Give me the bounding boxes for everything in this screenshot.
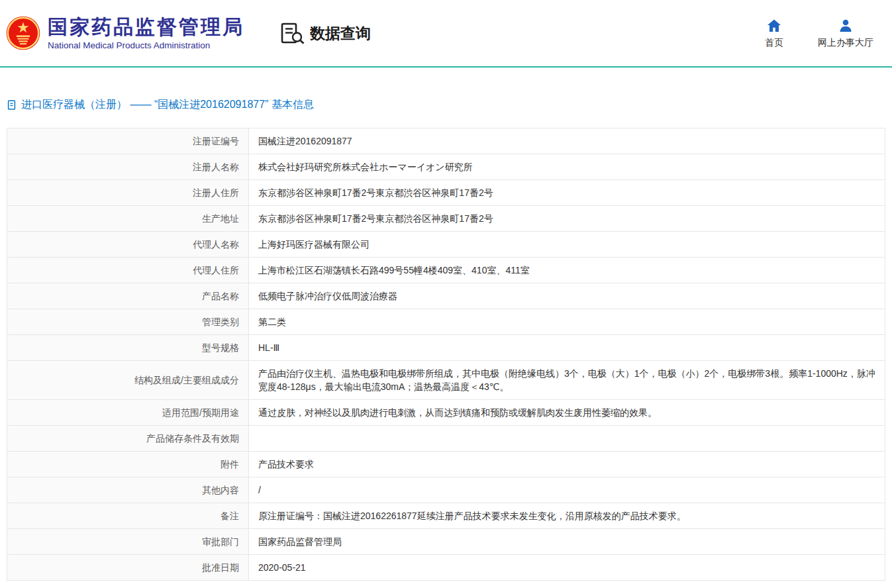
row-label: 结构及组成/主要组成成分 [7, 361, 249, 400]
row-label: 管理类别 [7, 309, 249, 335]
table-row: 代理人住所上海市松江区石湖荡镇长石路499号55幢4楼409室、410室、411… [7, 258, 885, 283]
row-label: 备注 [7, 503, 249, 529]
national-emblem-icon [5, 15, 41, 51]
site-logo[interactable]: 国家药品监督管理局 National Medical Products Admi… [5, 15, 244, 51]
row-label: 注册人名称 [7, 154, 249, 180]
row-value: 产品由治疗仪主机、温热电极和电极绑带所组成，其中电极（附绝缘电线）3个，电极（大… [249, 361, 885, 400]
row-label: 代理人名称 [7, 232, 249, 258]
table-row: 附件产品技术要求 [7, 452, 885, 477]
row-value: 产品技术要求 [249, 452, 885, 477]
row-value: 上海市松江区石湖荡镇长石路499号55幢4楼409室、410室、411室 [249, 258, 885, 283]
document-icon [7, 99, 17, 111]
row-value: 2020-05-21 [249, 555, 885, 581]
table-row: 代理人名称上海好玛医疗器械有限公司 [7, 232, 885, 258]
data-query-label: 数据查询 [310, 23, 371, 44]
table-row: 产品名称低频电子脉冲治疗仪低周波治療器 [7, 283, 885, 309]
table-row: 型号规格HL-Ⅲ [7, 335, 885, 361]
header-divider [0, 66, 892, 68]
row-label: 附件 [7, 452, 249, 477]
row-value: 国家药品监督管理局 [249, 529, 885, 555]
nav-item-home[interactable]: 首页 [765, 18, 783, 49]
data-query-link[interactable]: 数据查询 [281, 23, 371, 44]
table-row: 产品储存条件及有效期 [7, 426, 885, 452]
table-row: 注册证编号国械注进20162091877 [7, 128, 885, 154]
row-value: 上海好玛医疗器械有限公司 [249, 232, 885, 258]
row-value: 第二类 [249, 309, 885, 335]
row-value: 通过皮肤，对神经以及肌肉进行电刺激，从而达到镇痛和预防或缓解肌肉发生废用性萎缩的… [249, 400, 885, 426]
table-row: 适用范围/预期用途通过皮肤，对神经以及肌肉进行电刺激，从而达到镇痛和预防或缓解肌… [7, 400, 885, 426]
row-label: 批准日期 [7, 555, 249, 581]
row-label: 其他内容 [7, 477, 249, 503]
org-name-cn: 国家药品监督管理局 [48, 16, 244, 38]
nav-item-service-hall[interactable]: 网上办事大厅 [818, 18, 873, 49]
row-label: 生产地址 [7, 206, 249, 232]
row-value [249, 426, 885, 452]
document-search-icon [281, 23, 305, 44]
table-row: 管理类别第二类 [7, 309, 885, 335]
table-row: 审批部门国家药品监督管理局 [7, 529, 885, 555]
row-value: 东京都涉谷区神泉町17番2号東京都渋谷区神泉町17番2号 [249, 180, 885, 206]
row-label: 产品名称 [7, 283, 249, 309]
org-name-en: National Medical Products Administration [48, 40, 244, 50]
row-label: 适用范围/预期用途 [7, 400, 249, 426]
page-title: 进口医疗器械（注册） —— “国械注进20162091877” 基本信息 [7, 98, 885, 112]
row-value: 低频电子脉冲治疗仪低周波治療器 [249, 283, 885, 309]
page: 国家药品监督管理局 National Medical Products Admi… [0, 0, 892, 588]
table-row: 备注原注册证编号：国械注进20162261877延续注册产品技术要求未发生变化，… [7, 503, 885, 529]
row-value: 东京都涉谷区神泉町17番2号東京都渋谷区神泉町17番2号 [249, 206, 885, 232]
home-icon [766, 18, 782, 34]
row-label: 产品储存条件及有效期 [7, 426, 249, 452]
table-row: 生产地址东京都涉谷区神泉町17番2号東京都渋谷区神泉町17番2号 [7, 206, 885, 232]
nav-service-hall-label: 网上办事大厅 [818, 37, 873, 49]
row-label: 注册人住所 [7, 180, 249, 206]
org-names: 国家药品监督管理局 National Medical Products Admi… [48, 16, 244, 50]
table-row: 批准日期2020-05-21 [7, 555, 885, 581]
table-row: 结构及组成/主要组成成分产品由治疗仪主机、温热电极和电极绑带所组成，其中电极（附… [7, 361, 885, 400]
row-label: 代理人住所 [7, 258, 249, 283]
row-value: HL-Ⅲ [249, 335, 885, 361]
nav-home-label: 首页 [765, 37, 783, 49]
row-value: 国械注进20162091877 [249, 128, 885, 154]
row-value: 株式会社好玛研究所株式会社ホーマーイオン研究所 [249, 154, 885, 180]
row-label: 审批部门 [7, 529, 249, 555]
page-title-text: 进口医疗器械（注册） —— “国械注进20162091877” 基本信息 [21, 98, 314, 112]
row-value: 原注册证编号：国械注进20162261877延续注册产品技术要求未发生变化，沿用… [249, 503, 885, 529]
row-label: 注册证编号 [7, 128, 249, 154]
registration-info-table: 注册证编号国械注进20162091877注册人名称株式会社好玛研究所株式会社ホー… [7, 128, 885, 581]
user-icon [838, 18, 854, 34]
row-value: / [249, 477, 885, 503]
row-label: 型号规格 [7, 335, 249, 361]
table-row: 注册人名称株式会社好玛研究所株式会社ホーマーイオン研究所 [7, 154, 885, 180]
site-header: 国家药品监督管理局 National Medical Products Admi… [0, 0, 892, 66]
table-row: 其他内容/ [7, 477, 885, 503]
table-row: 注册人住所东京都涉谷区神泉町17番2号東京都渋谷区神泉町17番2号 [7, 180, 885, 206]
header-nav: 首页 网上办事大厅 [765, 18, 873, 49]
main-content: 进口医疗器械（注册） —— “国械注进20162091877” 基本信息 注册证… [0, 98, 892, 588]
